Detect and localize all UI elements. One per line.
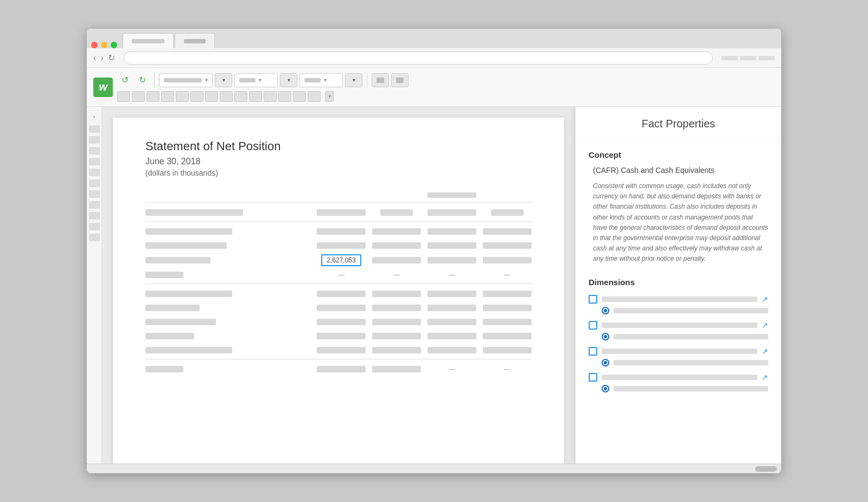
table-row [145, 240, 532, 251]
view-btn-1[interactable] [372, 73, 389, 87]
browser-window: ‹ › ↻ w ↺ ↻ ▾ [87, 29, 781, 473]
table-container: 2,627,053 — — — — [145, 207, 532, 375]
app-toolbar: w ↺ ↻ ▾ ▾ ▾ [87, 68, 781, 107]
style-dropdown[interactable]: ▾ [299, 73, 343, 87]
sidebar-icon-6 [89, 179, 100, 187]
sidebar-icon-1 [89, 125, 100, 133]
left-sidebar: › [87, 107, 102, 464]
dim-trend-icon-3[interactable]: ↗ [762, 347, 768, 356]
sidebar-icon-4 [89, 158, 100, 165]
dimension-row-4: ↗ [589, 371, 768, 383]
document-page: Statement of Net Position June 30, 2018 … [113, 118, 564, 464]
table-row [145, 331, 532, 342]
doc-subtitle: June 30, 2018 [145, 157, 532, 166]
table-row: — — — — [145, 269, 532, 280]
browser-tab[interactable] [175, 33, 215, 48]
browser-tab-active[interactable] [123, 33, 174, 48]
dimension-item-4: ↗ [589, 371, 768, 394]
fact-panel: Fact Properties Concept (CAFR) Cash and … [575, 107, 781, 464]
dim-sub-bar-1 [614, 308, 768, 313]
sidebar-icon-3 [89, 147, 100, 155]
table-row [145, 288, 532, 299]
sidebar-icon-5 [89, 169, 100, 176]
toolbar-row-top: ↺ ↻ ▾ ▾ ▾ ▾ [117, 73, 775, 88]
forward-button[interactable]: › [100, 53, 103, 63]
back-button[interactable]: ‹ [93, 53, 96, 63]
col-header-1 [427, 192, 476, 198]
table-row [145, 207, 532, 218]
sidebar-icon-7 [89, 190, 100, 198]
view-btn-2[interactable] [391, 73, 409, 87]
sidebar-icon-10 [89, 223, 100, 230]
browser-tab-bar [87, 29, 781, 48]
document-header: Statement of Net Position June 30, 2018 … [145, 139, 532, 177]
refresh-button[interactable]: ↻ [108, 53, 115, 63]
undo-button[interactable]: ↺ [117, 74, 132, 87]
dim-sub-row-3 [589, 357, 768, 368]
row-separator [145, 359, 532, 359]
document-area[interactable]: Statement of Net Position June 30, 2018 … [102, 107, 575, 464]
dimensions-section-label: Dimensions [589, 278, 768, 287]
dimension-item-1: ↗ [589, 293, 768, 316]
fact-panel-header: Fact Properties [576, 107, 781, 139]
dim-bar-3 [602, 349, 757, 354]
dim-sub-bar-2 [614, 334, 768, 339]
dim-checkbox-2[interactable] [589, 321, 597, 330]
sidebar-icon-11 [89, 234, 100, 241]
dim-checkbox-4[interactable] [589, 373, 597, 382]
row-separator [145, 221, 532, 222]
dim-trend-icon-1[interactable]: ↗ [762, 295, 768, 304]
address-bar-container: ‹ › ↻ [87, 48, 781, 68]
dim-circle-2[interactable] [602, 333, 609, 340]
dim-circle-4[interactable] [602, 385, 609, 392]
concept-name: (CAFR) Cash and Cash Equivalents [589, 166, 768, 175]
font-size-down[interactable]: ▾ [215, 73, 232, 87]
concept-section-label: Concept [589, 150, 768, 159]
dimension-row-2: ↗ [589, 319, 768, 331]
sidebar-collapse-btn[interactable]: › [89, 111, 100, 122]
sidebar-icon-9 [89, 212, 100, 220]
table-row [145, 345, 532, 356]
doc-title: Statement of Net Position [145, 139, 532, 153]
dim-sub-row-1 [589, 305, 768, 316]
dim-trend-icon-2[interactable]: ↗ [762, 321, 768, 330]
dimensions-section: Dimensions ↗ [589, 278, 768, 394]
dim-checkbox-1[interactable] [589, 295, 597, 304]
table-row-active: 2,627,053 [145, 254, 532, 266]
redo-button[interactable]: ↻ [135, 74, 150, 87]
dim-sub-row-2 [589, 331, 768, 342]
table-header [145, 192, 532, 203]
workiva-logo: w [93, 78, 113, 97]
horizontal-scrollbar[interactable] [755, 466, 777, 472]
toolbar-separator [154, 73, 155, 88]
concept-description: Consistent with common usage, cash inclu… [589, 181, 768, 265]
toolbar-row-bottom: ▾ [117, 91, 775, 102]
dimension-row-3: ↗ [589, 345, 768, 357]
address-bar[interactable] [124, 52, 713, 65]
dim-circle-1[interactable] [602, 307, 609, 314]
dim-circle-3[interactable] [602, 359, 609, 366]
row-separator [145, 284, 532, 284]
style-btn[interactable]: ▾ [345, 73, 362, 87]
dim-checkbox-3[interactable] [589, 347, 597, 356]
fact-panel-body: Concept (CAFR) Cash and Cash Equivalents… [576, 139, 781, 408]
dim-bar-2 [602, 323, 757, 328]
table-row [145, 226, 532, 237]
table-row [145, 303, 532, 313]
dimension-row-1: ↗ [589, 293, 768, 305]
dim-bar-4 [602, 375, 757, 380]
content-area: › Statement of Net Position June 30, 201… [87, 107, 781, 464]
size-dropdown[interactable]: ▾ [234, 73, 278, 87]
dim-sub-bar-3 [614, 360, 768, 365]
toolbar-separator-2 [367, 73, 367, 88]
sidebar-icon-8 [89, 201, 100, 209]
dim-sub-bar-4 [614, 386, 768, 391]
dim-bar-1 [602, 297, 757, 302]
table-row [145, 317, 532, 327]
fact-panel-title: Fact Properties [589, 118, 768, 130]
dim-trend-icon-4[interactable]: ↗ [762, 373, 768, 382]
active-cell-value[interactable]: 2,627,053 [321, 254, 361, 266]
font-size-up[interactable]: ▾ [280, 73, 297, 87]
table-row: — — [145, 364, 532, 375]
font-dropdown[interactable]: ▾ [159, 73, 213, 87]
